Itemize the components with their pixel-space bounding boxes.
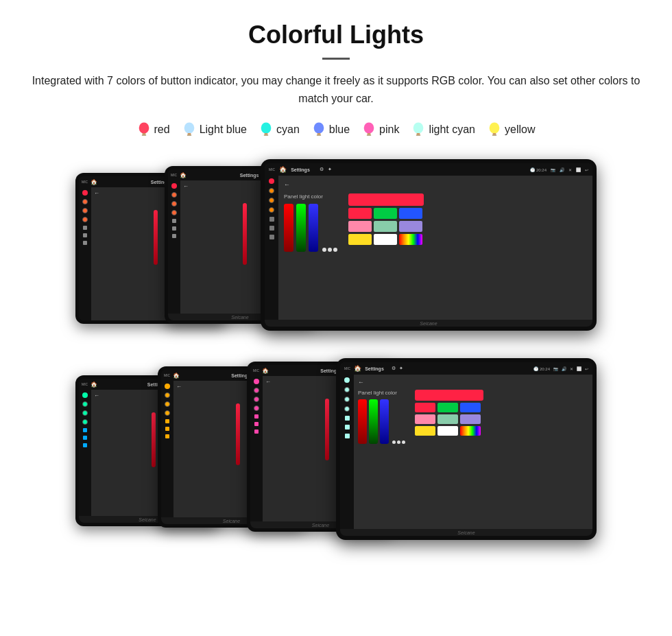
color-item-cyan: cyan [259, 121, 300, 139]
svg-point-12 [364, 123, 374, 134]
bottom-device-group: MIC 🏠 Settings [27, 358, 645, 557]
top-device-group: MIC 🏠 Settings [27, 159, 645, 338]
svg-point-3 [184, 123, 194, 134]
svg-rect-20 [492, 135, 497, 137]
color-item-lightblue: Light blue [182, 121, 247, 139]
pink-bulb-icon [362, 121, 376, 139]
color-item-blue: blue [312, 121, 350, 139]
page-description: Integrated with 7 colors of button indic… [27, 72, 645, 107]
svg-point-6 [261, 123, 272, 134]
svg-rect-2 [141, 135, 146, 137]
svg-rect-14 [367, 135, 372, 137]
color-label-lightblue: Light blue [200, 123, 247, 136]
page-container: Colorful Lights Integrated with 7 colors… [0, 0, 672, 598]
color-label-red: red [154, 123, 170, 136]
color-label-cyan: cyan [276, 123, 300, 136]
svg-rect-11 [317, 135, 322, 137]
color-label-yellow: yellow [505, 123, 535, 136]
red-bulb-icon [137, 121, 151, 139]
svg-point-18 [490, 123, 500, 134]
lightblue-bulb-icon [182, 121, 196, 139]
color-item-pink: pink [362, 121, 399, 139]
page-title: Colorful Lights [27, 21, 645, 49]
color-item-lightcyan: light cyan [411, 121, 475, 139]
lightcyan-bulb-icon [411, 121, 425, 139]
svg-point-15 [413, 123, 424, 134]
color-label-lightcyan: light cyan [429, 123, 475, 136]
device-card-3: MIC 🏠 Settings ⚙ ✦ 🕐 20:24 📷 🔊 ✕ ⬜ ↩ [261, 159, 597, 331]
color-item-yellow: yellow [488, 121, 535, 139]
blue-bulb-icon [312, 121, 326, 139]
svg-rect-5 [187, 135, 191, 137]
svg-point-0 [139, 123, 149, 134]
device-card-7: MIC 🏠 Settings ⚙ ✦ 🕐 20:24 📷 🔊 ✕ ⬜ ↩ [336, 358, 597, 540]
color-label-pink: pink [379, 123, 399, 136]
title-divider [322, 58, 350, 60]
svg-point-9 [314, 123, 324, 134]
cyan-bulb-icon [259, 121, 273, 139]
color-label-blue: blue [329, 123, 350, 136]
svg-rect-8 [264, 135, 269, 137]
yellow-bulb-icon [488, 121, 501, 139]
svg-rect-17 [416, 135, 421, 137]
color-item-red: red [137, 121, 170, 139]
color-row: red Light blue cyan [27, 121, 645, 139]
